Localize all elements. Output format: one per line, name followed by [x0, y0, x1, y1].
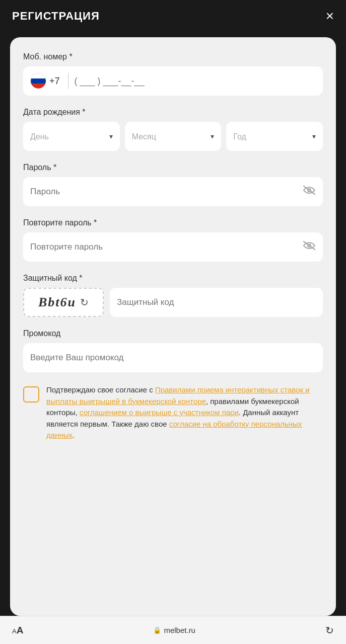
lock-icon: 🔒	[153, 626, 161, 634]
header: РЕГИСТРАЦИЯ ×	[0, 0, 346, 32]
page-title: РЕГИСТРАЦИЯ	[12, 10, 100, 23]
svg-rect-2	[31, 73, 46, 78]
browser-refresh-button[interactable]: ↻	[325, 624, 334, 636]
svg-rect-3	[31, 78, 46, 84]
captcha-field-group: Защитный код * Bbt6u ↻	[23, 274, 323, 317]
phone-field-group: Моб. номер *	[23, 52, 323, 96]
password-input-wrapper	[23, 177, 323, 206]
registration-card: Моб. номер *	[10, 37, 336, 616]
dob-year-wrapper: Год ▾	[226, 122, 323, 151]
promo-input-wrapper	[23, 343, 323, 372]
captcha-refresh-icon[interactable]: ↻	[80, 296, 89, 308]
password-input[interactable]	[30, 187, 303, 197]
phone-flag[interactable]: +7	[30, 73, 60, 89]
flag-circle	[30, 73, 46, 89]
browser-url: 🔒 melbet.ru	[153, 626, 195, 634]
url-text: melbet.ru	[164, 626, 195, 634]
captcha-image-box: Bbt6u ↻	[23, 288, 104, 317]
phone-label: Моб. номер *	[23, 52, 323, 61]
agreement-checkbox[interactable]	[23, 386, 39, 403]
svg-rect-4	[31, 84, 46, 89]
confirm-password-visibility-toggle-icon[interactable]	[303, 240, 316, 254]
promo-label: Промокод	[23, 329, 323, 338]
promo-input[interactable]	[30, 353, 316, 363]
password-visibility-toggle-icon[interactable]	[303, 185, 316, 198]
agreement-text-4: .	[73, 431, 75, 439]
dob-month-select[interactable]: Месяц	[125, 122, 222, 151]
dob-year-select[interactable]: Год	[226, 122, 323, 151]
captcha-input[interactable]	[117, 297, 316, 307]
promo-field-group: Промокод	[23, 329, 323, 372]
phone-number-input[interactable]	[75, 76, 316, 87]
dob-day-wrapper: День ▾	[23, 122, 120, 151]
dob-field-group: Дата рождения * День ▾ Месяц ▾ Год ▾	[23, 108, 323, 151]
captcha-row: Bbt6u ↻	[23, 288, 323, 317]
dob-label: Дата рождения *	[23, 108, 323, 117]
bottom-bar: AA 🔒 melbet.ru ↻	[0, 616, 346, 644]
phone-country-code: +7	[49, 76, 60, 87]
confirm-password-label: Повторите пароль *	[23, 218, 323, 227]
confirm-password-field-group: Повторите пароль *	[23, 218, 323, 262]
confirm-password-input[interactable]	[30, 242, 303, 252]
dob-row: День ▾ Месяц ▾ Год ▾	[23, 122, 323, 151]
captcha-label: Защитный код *	[23, 274, 323, 283]
dob-day-select[interactable]: День	[23, 122, 120, 151]
agreement-link-2[interactable]: соглашением о выигрыше с участником пари	[80, 408, 239, 417]
font-size-large-label: A	[17, 625, 24, 635]
agreement-text-1: Подтверждаю свое согласие с	[46, 385, 155, 394]
dob-month-wrapper: Месяц ▾	[125, 122, 222, 151]
password-label: Пароль *	[23, 163, 323, 172]
font-size-control[interactable]: AA	[12, 625, 23, 636]
phone-divider	[68, 73, 68, 89]
captcha-input-wrapper	[110, 288, 323, 317]
agreement-text: Подтверждаю свое согласие с Правилами пр…	[46, 384, 323, 441]
close-button[interactable]: ×	[326, 9, 334, 23]
confirm-password-input-wrapper	[23, 232, 323, 262]
agreement-row: Подтверждаю свое согласие с Правилами пр…	[23, 384, 323, 441]
captcha-code-text: Bbt6u	[38, 295, 76, 310]
phone-input-wrapper: +7	[23, 66, 323, 96]
font-size-small-label: A	[12, 627, 17, 635]
password-field-group: Пароль *	[23, 163, 323, 206]
